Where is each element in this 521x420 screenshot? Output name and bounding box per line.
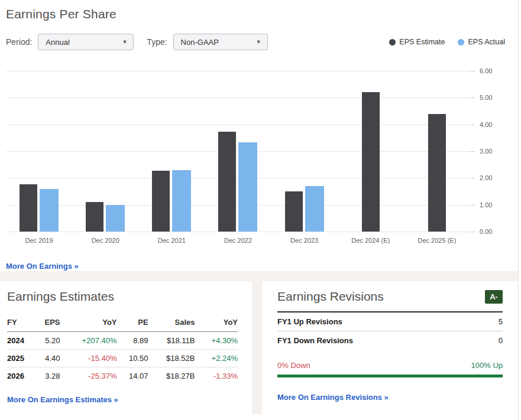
bar-estimate: [285, 191, 303, 232]
type-value: Non-GAAP: [181, 38, 219, 47]
revisions-grade-badge[interactable]: A-: [485, 290, 503, 304]
bar-group: [404, 71, 470, 232]
more-on-earnings-revisions-link[interactable]: More On Earnings Revisions »: [277, 393, 389, 402]
legend-dot-icon: [458, 39, 464, 45]
table-header-cell: Sales: [148, 313, 195, 332]
more-on-earnings-link[interactable]: More On Earnings »: [6, 262, 79, 271]
table-row: 20263.28-25.37%14.07$18.27B-1.33%: [7, 367, 238, 385]
more-on-earnings-estimates-link[interactable]: More On Earnings Estimates »: [7, 395, 118, 404]
x-axis-label: Dec 2025 (E): [404, 237, 470, 244]
bar-estimate: [86, 202, 103, 232]
sales-cell: $18.27B: [148, 367, 195, 385]
bar-estimate: [20, 184, 37, 232]
revisions-updown-row: 0% Down 100% Up: [277, 361, 503, 370]
bar-actual: [106, 205, 125, 232]
legend-item[interactable]: EPS Estimate: [389, 38, 445, 46]
estimates-table-header: FYEPSYoYPESalesYoY: [7, 313, 238, 332]
y-axis-tick: [470, 71, 475, 71]
panel-gutter: [252, 281, 262, 414]
bar-group: [205, 71, 271, 232]
type-dropdown[interactable]: Non-GAAP ▼: [173, 34, 268, 50]
x-axis-label: Dec 2019: [6, 237, 72, 244]
period-label: Period:: [6, 37, 32, 47]
chart-plot-area: 6.005.004.003.002.001.000.00: [6, 71, 470, 232]
fy-cell: 2026: [7, 367, 35, 385]
table-row: 20254.40-15.40%10.50$18.52B+2.24%: [7, 350, 238, 367]
down-percent-label: 0% Down: [277, 361, 310, 370]
y-axis-tick: [470, 232, 475, 232]
table-row: 20245.20+207.40%8.89$18.11B+4.30%: [7, 332, 238, 350]
sales-yoy-cell: +2.24%: [195, 350, 238, 367]
eps-cell: 3.28: [35, 367, 60, 385]
chart-legend: EPS EstimateEPS Actual: [389, 38, 505, 46]
sales-yoy-cell: +4.30%: [195, 332, 238, 350]
revision-row: FY1 Down Revisions0: [277, 331, 503, 350]
revisions-header: Earnings Revisions A-: [277, 289, 503, 304]
bar-estimate: [152, 171, 170, 232]
legend-label: EPS Estimate: [399, 38, 445, 46]
eps-cell: 5.20: [35, 332, 60, 350]
y-axis-tick: [470, 178, 475, 178]
revision-value: 5: [499, 317, 503, 326]
chevron-down-icon: ▼: [256, 39, 261, 45]
y-axis-tick: [470, 205, 475, 206]
legend-item[interactable]: EPS Actual: [458, 38, 505, 46]
revisions-progress-bar: [277, 375, 503, 377]
eps-bar-chart: 6.005.004.003.002.001.000.00 Dec 2019Dec…: [6, 71, 518, 248]
revision-label: FY1 Up Revisions: [277, 317, 342, 326]
bar-actual: [40, 189, 59, 232]
bar-estimate: [428, 114, 446, 232]
bottom-panels: Earnings Estimates FYEPSYoYPESalesYoY 20…: [0, 281, 518, 414]
pe-cell: 8.89: [117, 332, 148, 350]
y-tick-label: 3.00: [480, 148, 492, 155]
y-axis-tick: [470, 97, 475, 98]
table-header-cell: YoY: [195, 313, 238, 332]
x-axis-label: Dec 2021: [138, 237, 205, 244]
revisions-progress-fill: [277, 375, 503, 377]
fy-cell: 2024: [7, 332, 35, 350]
y-tick-label: 4.00: [480, 121, 492, 128]
bar-actual: [238, 142, 257, 232]
x-axis-label: Dec 2020: [72, 237, 138, 244]
legend-dot-icon: [389, 39, 396, 45]
earnings-estimates-card: Earnings Estimates FYEPSYoYPESalesYoY 20…: [0, 281, 252, 414]
chart-controls: Period: Annual ▼ Type: Non-GAAP ▼ EPS Es…: [6, 34, 518, 50]
revisions-rows: FY1 Up Revisions5FY1 Down Revisions0: [277, 311, 503, 350]
estimates-table: FYEPSYoYPESalesYoY 20245.20+207.40%8.89$…: [7, 313, 238, 385]
section-divider: [0, 271, 518, 281]
table-header-cell: EPS: [35, 313, 60, 332]
bar-group: [271, 71, 338, 232]
y-tick-label: 6.00: [480, 67, 492, 74]
bar-actual: [305, 186, 324, 232]
x-axis-label: Dec 2024 (E): [338, 237, 404, 244]
eps-cell: 4.40: [35, 350, 60, 367]
revision-row: FY1 Up Revisions5: [277, 312, 503, 331]
earnings-revisions-card: Earnings Revisions A- FY1 Up Revisions5F…: [262, 281, 518, 414]
sales-yoy-cell: -1.33%: [195, 367, 238, 385]
sales-cell: $18.11B: [148, 332, 195, 350]
x-axis-label: Dec 2023: [271, 237, 338, 244]
bar-group: [72, 71, 138, 232]
eps-yoy-cell: -25.37%: [60, 367, 117, 385]
period-dropdown[interactable]: Annual ▼: [38, 34, 134, 50]
pe-cell: 14.07: [117, 367, 148, 385]
chevron-down-icon: ▼: [122, 39, 127, 45]
x-axis-label: Dec 2022: [205, 237, 271, 244]
eps-yoy-cell: +207.40%: [60, 332, 117, 350]
sales-cell: $18.52B: [148, 350, 195, 367]
legend-label: EPS Actual: [468, 38, 505, 46]
table-header-cell: PE: [117, 313, 148, 332]
bar-group: [6, 71, 72, 232]
bar-group: [138, 71, 205, 232]
bar-estimate: [362, 92, 380, 232]
revision-value: 0: [499, 336, 503, 345]
y-axis-tick: [470, 151, 475, 152]
y-tick-label: 5.00: [480, 94, 492, 101]
type-label: Type:: [147, 37, 167, 47]
bar-group: [338, 71, 404, 232]
table-header-cell: FY: [7, 313, 35, 332]
table-header-cell: YoY: [60, 313, 117, 332]
x-axis-labels: Dec 2019Dec 2020Dec 2021Dec 2022Dec 2023…: [6, 237, 470, 244]
y-tick-label: 2.00: [480, 174, 492, 181]
gridline: [6, 232, 470, 232]
